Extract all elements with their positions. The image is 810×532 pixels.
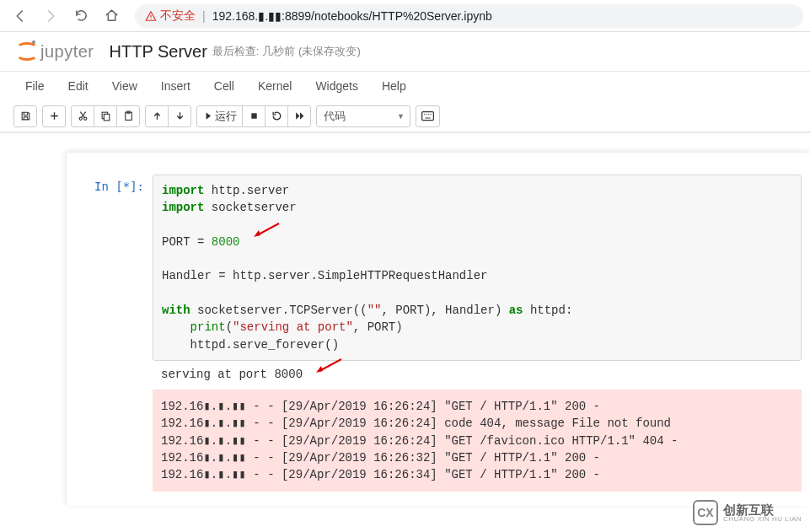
- copy-icon: [100, 110, 111, 121]
- command-palette-button[interactable]: [416, 105, 440, 127]
- home-button[interactable]: [98, 3, 125, 29]
- toolbar: 运行 代码: [0, 100, 810, 132]
- svg-rect-4: [102, 112, 108, 119]
- jupyter-logo[interactable]: jupyter: [13, 40, 94, 62]
- restart-button[interactable]: [265, 105, 288, 127]
- restart-icon: [271, 110, 282, 121]
- cut-icon: [78, 110, 89, 121]
- svg-rect-5: [104, 114, 109, 121]
- code-cell[interactable]: In [*]: import http.server import socket…: [67, 175, 810, 492]
- svg-point-2: [79, 117, 82, 120]
- save-icon: [20, 110, 31, 121]
- url-text: 192.168.▮.▮▮:8899/notebooks/HTTP%20Serve…: [212, 9, 492, 23]
- annotation-arrow-output: [314, 357, 343, 374]
- copy-button[interactable]: [94, 105, 117, 127]
- stdout-output: serving at port 8000: [153, 361, 802, 384]
- security-text: 不安全: [160, 8, 196, 24]
- menu-help[interactable]: Help: [370, 72, 418, 100]
- reload-button[interactable]: [67, 3, 94, 29]
- code-input-area[interactable]: import http.server import socketserver P…: [153, 175, 802, 361]
- add-cell-button[interactable]: [42, 105, 66, 127]
- browser-navbar: 不安全 | 192.168.▮.▮▮:8899/notebooks/HTTP%2…: [0, 0, 810, 32]
- menu-insert[interactable]: Insert: [149, 72, 202, 100]
- run-icon: [202, 111, 212, 121]
- svg-rect-7: [126, 111, 129, 113]
- svg-rect-9: [422, 112, 434, 121]
- menu-edit[interactable]: Edit: [56, 72, 100, 100]
- interrupt-button[interactable]: [242, 105, 266, 127]
- svg-point-1: [150, 18, 151, 19]
- svg-line-15: [257, 223, 279, 235]
- svg-point-3: [83, 117, 86, 120]
- last-checkpoint: 最后检查: 几秒前: [212, 44, 295, 59]
- notebook-title[interactable]: HTTP Server: [110, 42, 207, 62]
- warning-icon: [145, 10, 157, 22]
- run-label: 运行: [215, 109, 237, 124]
- jupyter-logo-text: jupyter: [40, 42, 94, 62]
- paste-button[interactable]: [116, 105, 140, 127]
- menu-kernel[interactable]: Kernel: [246, 72, 303, 100]
- svg-rect-6: [125, 112, 131, 120]
- plus-icon: [49, 110, 60, 121]
- notebook-container: In [*]: import http.server import socket…: [66, 152, 810, 506]
- move-up-button[interactable]: [145, 105, 169, 127]
- arrow-up-icon: [152, 110, 163, 121]
- svg-rect-8: [251, 113, 256, 118]
- watermark: CX 创新互联 CHUANG XIN HU LIAN: [693, 500, 802, 525]
- cut-button[interactable]: [71, 105, 94, 127]
- svg-line-17: [319, 359, 341, 371]
- arrow-down-icon: [174, 110, 185, 121]
- celltype-select[interactable]: 代码: [316, 105, 410, 127]
- back-button[interactable]: [7, 3, 34, 29]
- paste-icon: [123, 110, 134, 121]
- notebook-header: jupyter HTTP Server 最后检查: 几秒前 (未保存改变): [0, 32, 810, 66]
- annotation-arrow-port: [252, 222, 281, 239]
- keyboard-icon: [421, 110, 434, 121]
- menubar: File Edit View Insert Cell Kernel Widget…: [0, 72, 810, 100]
- watermark-sub: CHUANG XIN HU LIAN: [723, 516, 802, 523]
- fast-forward-icon: [294, 110, 305, 121]
- stop-icon: [249, 111, 259, 121]
- address-separator: |: [202, 9, 206, 23]
- jupyter-logo-icon: [13, 40, 35, 62]
- forward-button[interactable]: [37, 3, 64, 29]
- svg-marker-18: [316, 366, 323, 373]
- run-button[interactable]: 运行: [196, 105, 243, 127]
- input-prompt: In [*]:: [75, 175, 153, 492]
- celltype-value: 代码: [324, 109, 346, 124]
- watermark-brand: 创新互联: [723, 503, 802, 516]
- menu-widgets[interactable]: Widgets: [303, 72, 370, 100]
- save-button[interactable]: [13, 105, 37, 127]
- address-bar[interactable]: 不安全 | 192.168.▮.▮▮:8899/notebooks/HTTP%2…: [135, 4, 803, 28]
- menu-view[interactable]: View: [100, 72, 149, 100]
- security-warning: 不安全: [145, 8, 196, 24]
- watermark-icon: CX: [693, 500, 718, 525]
- restart-run-all-button[interactable]: [287, 105, 311, 127]
- svg-marker-16: [254, 230, 260, 237]
- move-down-button[interactable]: [168, 105, 191, 127]
- autosave-status: (未保存改变): [298, 44, 361, 59]
- menu-cell[interactable]: Cell: [202, 72, 246, 100]
- menu-file[interactable]: File: [13, 72, 56, 100]
- stderr-output: 192.16▮.▮.▮▮ - - [29/Apr/2019 16:26:24] …: [153, 390, 802, 492]
